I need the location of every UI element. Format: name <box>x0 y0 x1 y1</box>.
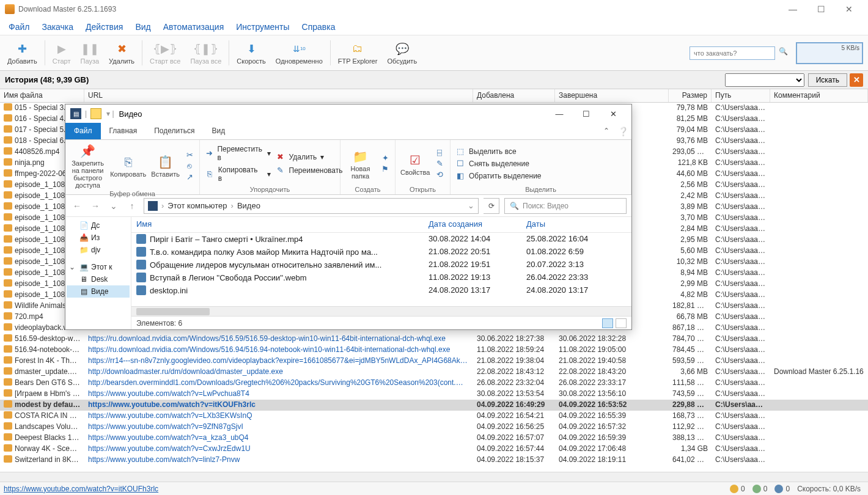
table-row[interactable]: modest by default — ...https://www.youtu… <box>0 400 868 411</box>
concurrent-button[interactable]: ⇊10Одновременно <box>271 37 328 69</box>
table-row[interactable]: 516.94-notebook-win...https://ru.downloa… <box>0 345 868 356</box>
explorer-search-input[interactable]: 🔍 Поиск: Видео <box>504 198 627 214</box>
col-comment[interactable]: Комментарий <box>770 89 868 102</box>
ftp-explorer-button[interactable]: 🗂FTP Explorer <box>333 37 383 69</box>
tree-item[interactable]: 📄Дс <box>67 219 130 232</box>
file-row[interactable]: desktop.ini24.08.2020 13:1724.08.2020 13… <box>131 284 631 297</box>
rename-button[interactable]: ✎Переименовать <box>276 166 343 175</box>
search-icon[interactable]: 🔍 <box>779 47 791 59</box>
maximize-button[interactable]: ☐ <box>807 0 835 18</box>
col-size[interactable]: Размер <box>669 89 712 102</box>
file-row[interactable]: Т.в.о. командира полку Азов майор Микита… <box>131 246 631 258</box>
explorer-tab-Вид[interactable]: Вид <box>203 123 234 139</box>
menu-Автоматизация[interactable]: Автоматизация <box>158 20 229 34</box>
explorer-tree[interactable]: 📄Дс📥Из📁djv⌄💻Этот к🖥Desk▤Виде <box>65 217 131 329</box>
ribbon-collapse-icon[interactable]: ⌃ <box>598 123 614 139</box>
recent-button[interactable]: ⌄ <box>107 199 120 213</box>
explorer-tab-Поделиться[interactable]: Поделиться <box>145 123 203 139</box>
back-button[interactable]: ← <box>70 199 84 213</box>
search-input[interactable] <box>690 46 775 60</box>
table-row[interactable]: Norway 4K - Scenic ...https://www.youtub… <box>0 444 868 455</box>
menu-Инструменты[interactable]: Инструменты <box>231 20 294 34</box>
table-row[interactable]: COSTA RICA IN 4K 60...https://www.youtub… <box>0 411 868 422</box>
col-name[interactable]: Имя файла <box>0 89 84 102</box>
help-icon[interactable]: ❔ <box>614 123 631 139</box>
table-row[interactable]: Switzerland in 8K ULT...https://www.yout… <box>0 455 868 464</box>
history-search-button[interactable]: Искать <box>808 73 847 87</box>
properties-button[interactable]: ☑Свойства <box>400 152 430 176</box>
file-row[interactable]: Пиріг і Батіг – Танго смерті • Ukraïner.… <box>131 233 631 246</box>
history-close-button[interactable]: ✕ <box>850 73 863 87</box>
discuss-button[interactable]: 💬Обсудить <box>382 37 422 69</box>
speed-button[interactable]: ⬇Скорость <box>232 37 271 69</box>
paste-shortcut-button[interactable]: ↗ <box>185 172 194 182</box>
explorer-maximize-button[interactable]: ☐ <box>573 105 600 122</box>
col-added[interactable]: Добавлена <box>473 89 555 102</box>
move-to-button[interactable]: ➜Переместить в ▾ <box>205 145 271 162</box>
rename-icon: ✎ <box>276 166 285 175</box>
table-row[interactable]: Deepest Blacks 12K ...https://www.youtub… <box>0 433 868 444</box>
pin-button[interactable]: 📌Закрепить на панели быстрого доступа <box>70 142 105 189</box>
open-button[interactable]: ⌸ <box>435 148 444 158</box>
explorer-close-button[interactable]: ✕ <box>600 105 627 122</box>
start-all-button[interactable]: ⦃▶⦄Старт все <box>145 37 185 69</box>
table-row[interactable]: Forest In 4K - The He...https://rr14---s… <box>0 356 868 367</box>
delete-button[interactable]: ✖Удалить <box>104 37 139 69</box>
view-large-button[interactable] <box>616 318 627 328</box>
history-button[interactable]: ⟲ <box>435 170 444 180</box>
col-url[interactable]: URL <box>84 89 473 102</box>
file-row[interactable]: Вступай в Легион ''Свобода России''.webm… <box>131 271 631 284</box>
file-row[interactable]: Обращение лидеров мусульман относительно… <box>131 258 631 271</box>
explorer-minimize-button[interactable]: — <box>546 105 573 122</box>
speed-indicator: 5 KB/s <box>796 42 863 64</box>
cut-button[interactable]: ✂ <box>185 150 194 160</box>
easy-access-button[interactable]: ⚑ <box>380 164 390 174</box>
tree-item[interactable]: 📥Из <box>67 232 130 244</box>
select-invert-button[interactable]: ◧Обратить выделение <box>455 171 542 181</box>
col-done[interactable]: Завершена <box>555 89 669 102</box>
add-button[interactable]: ✚Добавить <box>2 37 42 69</box>
close-button[interactable]: ✕ <box>835 0 863 18</box>
copy-path-button[interactable]: ⎋ <box>185 161 194 170</box>
select-none-button[interactable]: ☐Снять выделение <box>455 159 542 169</box>
menu-Закачка[interactable]: Закачка <box>37 20 78 34</box>
tree-item[interactable]: ▤Виде <box>67 285 130 298</box>
forward-button[interactable]: → <box>89 199 102 213</box>
col-path[interactable]: Путь <box>712 89 770 102</box>
up-button[interactable]: ↑ <box>125 199 139 213</box>
select-all-button[interactable]: ⬚Выделить все <box>455 147 542 156</box>
menu-Справка[interactable]: Справка <box>297 20 340 34</box>
explorer-hscroll[interactable] <box>131 306 631 316</box>
copy-to-button[interactable]: ⎘Копировать в ▾ <box>205 166 271 183</box>
menu-Вид[interactable]: Вид <box>130 20 155 34</box>
tree-item[interactable]: ⌄💻Этот к <box>67 261 130 273</box>
copy-button[interactable]: ⎘Копировать <box>110 153 146 178</box>
delete-file-button[interactable]: ✖Удалить ▾ <box>276 152 343 162</box>
explorer-tab-Главная[interactable]: Главная <box>101 123 146 139</box>
pause-button[interactable]: ❚❚Пауза <box>76 37 105 69</box>
table-row[interactable]: Landscapes Volume ...https://www.youtube… <box>0 422 868 433</box>
address-input[interactable]: › Этот компьютер › Видео ⌄ <box>144 198 479 214</box>
new-folder-button[interactable]: 📁Новая папка <box>345 148 375 180</box>
table-row[interactable]: Bears Den GT6 Survi...http://bearsden.ov… <box>0 378 868 389</box>
edit-button[interactable]: ✎ <box>435 159 444 169</box>
table-row[interactable]: dmaster_update.exehttp://downloadmaster.… <box>0 367 868 378</box>
paste-button[interactable]: 📋Вставить <box>151 153 180 178</box>
new-item-button[interactable]: ✦ <box>380 153 390 163</box>
refresh-button[interactable]: ⟳ <box>484 198 499 214</box>
history-filter-select[interactable] <box>725 73 804 87</box>
status-count-1: 0 <box>726 485 749 493</box>
view-details-button[interactable] <box>602 318 613 328</box>
menu-Файл[interactable]: Файл <box>4 20 34 34</box>
tree-item[interactable]: 📁djv <box>67 244 130 256</box>
table-row[interactable]: 516.59-desktop-win1...https://ru.downloa… <box>0 334 868 345</box>
start-button[interactable]: ▶Старт <box>48 37 76 69</box>
menu-Действия[interactable]: Действия <box>81 20 128 34</box>
tree-item[interactable]: 🖥Desk <box>67 273 130 285</box>
explorer-tab-Файл[interactable]: Файл <box>65 123 101 139</box>
pause-all-button[interactable]: ⦃❚⦄Пауза все <box>185 37 226 69</box>
select-invert-icon: ◧ <box>455 171 465 181</box>
minimize-button[interactable]: — <box>779 0 807 18</box>
table-row[interactable]: [Играем в Hbm's Nuc...https://www.youtub… <box>0 389 868 400</box>
main-hscroll[interactable] <box>0 472 868 482</box>
